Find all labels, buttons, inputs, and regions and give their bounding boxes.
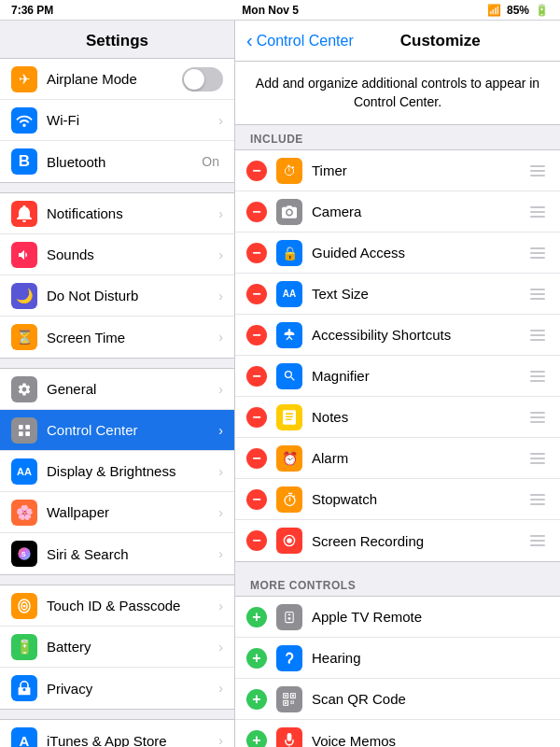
stopwatch-icon xyxy=(276,486,302,513)
sidebar-label-touch-id: Touch ID & Passcode xyxy=(47,598,215,613)
remove-stopwatch-btn[interactable]: − xyxy=(246,489,267,510)
svg-rect-25 xyxy=(287,733,292,741)
remove-camera-btn[interactable]: − xyxy=(246,202,267,222)
svg-point-8 xyxy=(23,604,26,607)
battery-level: 85% xyxy=(507,4,529,17)
sidebar-item-wifi[interactable]: Wi-Fi › xyxy=(0,100,234,141)
sidebar-item-siri[interactable]: S Siri & Search › xyxy=(0,533,234,574)
control-item-text-size[interactable]: − AA Text Size xyxy=(235,274,560,315)
svg-text:S: S xyxy=(21,550,26,558)
sidebar-item-display[interactable]: AA Display & Brightness › xyxy=(0,451,234,492)
status-time: 7:36 PM xyxy=(11,4,53,17)
sidebar-label-screen-time: Screen Time xyxy=(47,330,215,345)
svg-rect-20 xyxy=(285,701,287,703)
sidebar-item-screen-time[interactable]: ⏳ Screen Time › xyxy=(0,317,234,358)
add-voice-memos-btn[interactable]: + xyxy=(246,730,267,747)
control-item-timer[interactable]: − ⏱ Timer xyxy=(235,150,560,191)
screen-recording-icon xyxy=(276,528,302,554)
svg-rect-0 xyxy=(19,425,23,430)
control-item-alarm[interactable]: − ⏰ Alarm xyxy=(235,438,560,479)
stopwatch-drag-handle[interactable] xyxy=(526,490,549,509)
alarm-drag-handle[interactable] xyxy=(526,449,549,468)
back-button[interactable]: ‹ Control Center xyxy=(246,30,354,51)
sidebar-label-airplane: Airplane Mode xyxy=(47,71,182,87)
control-item-apple-tv[interactable]: + Apple TV Remote xyxy=(235,597,560,638)
screen-time-icon: ⏳ xyxy=(11,324,37,350)
add-scan-qr-btn[interactable]: + xyxy=(246,689,267,710)
wallpaper-icon: 🌸 xyxy=(11,500,37,526)
scan-qr-icon xyxy=(276,686,302,712)
more-section-header: MORE CONTROLS xyxy=(235,571,560,596)
notifications-icon xyxy=(11,201,37,227)
sidebar-item-control-center[interactable]: Control Center › xyxy=(0,410,234,451)
timer-icon: ⏱ xyxy=(276,158,302,184)
control-item-camera[interactable]: − Camera xyxy=(235,191,560,233)
sidebar-item-wallpaper[interactable]: 🌸 Wallpaper › xyxy=(0,492,234,533)
control-item-scan-qr[interactable]: + Scan QR Code xyxy=(235,679,560,720)
control-label-camera: Camera xyxy=(312,204,526,219)
svg-rect-19 xyxy=(292,695,294,697)
accessibility-drag-handle[interactable] xyxy=(526,326,549,345)
cc-chevron: › xyxy=(218,423,223,438)
control-item-guided-access[interactable]: − 🔒 Guided Access xyxy=(235,233,560,274)
voice-memos-icon xyxy=(276,727,302,747)
sidebar-label-cc: Control Center xyxy=(47,422,215,438)
magnifier-drag-handle[interactable] xyxy=(526,367,549,386)
remove-magnifier-btn[interactable]: − xyxy=(246,366,267,387)
battery-icon: 🔋 xyxy=(535,4,549,17)
description-text: Add and organize additional controls to … xyxy=(256,76,539,109)
sidebar-item-airplane-mode[interactable]: ✈ Airplane Mode xyxy=(0,59,234,100)
remove-alarm-btn[interactable]: − xyxy=(246,448,267,469)
dnd-icon: 🌙 xyxy=(11,283,37,309)
timer-drag-handle[interactable] xyxy=(526,162,549,180)
remove-guided-btn[interactable]: − xyxy=(246,243,267,263)
control-label-scan-qr: Scan QR Code xyxy=(312,691,549,707)
control-item-notes[interactable]: − Notes xyxy=(235,397,560,438)
touch-id-chevron: › xyxy=(218,599,223,613)
sidebar-item-general[interactable]: General › xyxy=(0,369,234,410)
guided-drag-handle[interactable] xyxy=(526,244,549,262)
notifications-chevron: › xyxy=(218,206,223,221)
sidebar-item-sounds[interactable]: Sounds › xyxy=(0,234,234,275)
screen-rec-drag-handle[interactable] xyxy=(526,531,549,550)
control-item-voice-memos[interactable]: + Voice Memos xyxy=(235,720,560,747)
sounds-icon xyxy=(11,242,37,268)
sidebar-item-battery[interactable]: 🔋 Battery › xyxy=(0,627,234,668)
add-hearing-btn[interactable]: + xyxy=(246,648,267,669)
airplane-mode-toggle[interactable] xyxy=(182,67,223,92)
remove-timer-btn[interactable]: − xyxy=(246,161,267,181)
status-right: 📶 85% 🔋 xyxy=(487,4,549,17)
control-item-magnifier[interactable]: − Magnifier xyxy=(235,356,560,397)
wifi-settings-icon xyxy=(11,107,37,134)
sidebar-item-bluetooth[interactable]: B Bluetooth On xyxy=(0,141,234,182)
apple-tv-icon xyxy=(276,604,302,630)
control-item-stopwatch[interactable]: − Stopwatch xyxy=(235,479,560,520)
notes-drag-handle[interactable] xyxy=(526,408,549,427)
sidebar-item-itunes[interactable]: A iTunes & App Store › xyxy=(0,720,234,747)
svg-rect-18 xyxy=(285,695,287,697)
control-label-apple-tv: Apple TV Remote xyxy=(312,609,549,625)
remove-accessibility-btn[interactable]: − xyxy=(246,325,267,345)
privacy-icon xyxy=(11,675,37,701)
sidebar-item-privacy[interactable]: Privacy › xyxy=(0,668,234,709)
text-size-drag-handle[interactable] xyxy=(526,285,549,303)
control-item-hearing[interactable]: + Hearing xyxy=(235,638,560,679)
add-apple-tv-btn[interactable]: + xyxy=(246,607,267,627)
remove-screen-rec-btn[interactable]: − xyxy=(246,530,267,551)
svg-rect-14 xyxy=(288,613,291,614)
general-chevron: › xyxy=(218,382,223,397)
sidebar-item-notifications[interactable]: Notifications › xyxy=(0,193,234,234)
control-item-accessibility[interactable]: − Accessibility Shortcuts xyxy=(235,315,560,356)
status-date: Mon Nov 5 xyxy=(242,4,299,17)
control-label-guided: Guided Access xyxy=(312,245,526,261)
sidebar-item-dnd[interactable]: 🌙 Do Not Disturb › xyxy=(0,275,234,317)
camera-drag-handle[interactable] xyxy=(526,203,549,221)
control-label-alarm: Alarm xyxy=(312,450,526,466)
battery-chevron: › xyxy=(218,640,223,655)
main-layout: Settings ✈ Airplane Mode Wi-Fi › xyxy=(0,21,560,747)
remove-text-size-btn[interactable]: − xyxy=(246,284,267,304)
sidebar-item-touch-id[interactable]: Touch ID & Passcode › xyxy=(0,585,234,627)
right-header: ‹ Control Center Customize xyxy=(235,21,560,62)
remove-notes-btn[interactable]: − xyxy=(246,407,267,428)
control-item-screen-recording[interactable]: − Screen Recording xyxy=(235,520,560,561)
